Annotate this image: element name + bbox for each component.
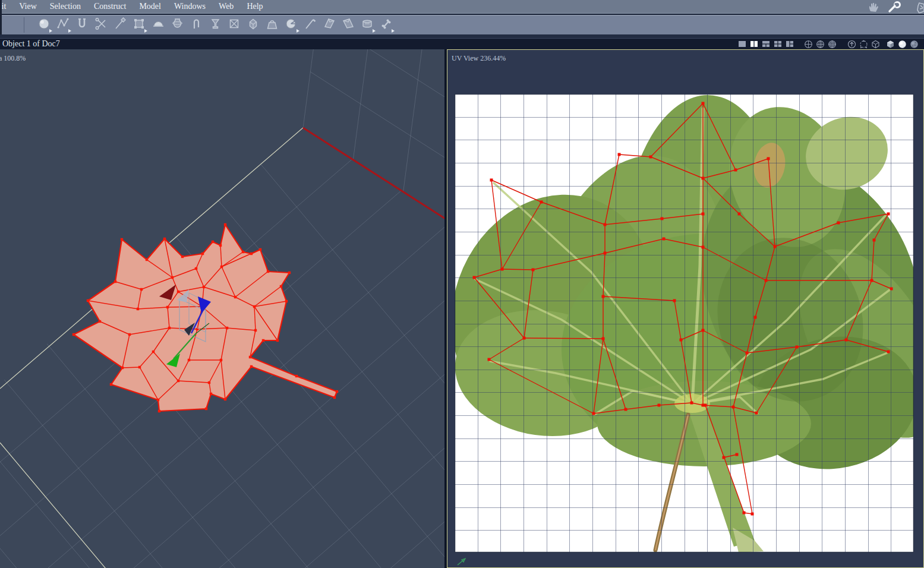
wireframe-cube-icon[interactable] (871, 40, 881, 49)
pen-tool-icon[interactable] (303, 17, 317, 32)
camera-3d-canvas[interactable] (0, 49, 444, 568)
menu-item-model[interactable]: Model (133, 0, 168, 11)
magnet-tool-icon[interactable] (75, 17, 89, 32)
layout-quad-icon[interactable] (773, 40, 783, 49)
bag-tool-icon[interactable] (265, 17, 279, 32)
sphere-slice-icon[interactable] (284, 17, 298, 32)
document-title-bar: Object 1 of Doc7 (0, 38, 924, 50)
view-mode-icons (736, 39, 919, 49)
sphere-primitive-icon[interactable] (37, 17, 51, 32)
solid-cube-icon[interactable] (885, 40, 895, 49)
window-edge (0, 0, 2, 34)
dropdown-arrow-icon[interactable] (392, 29, 395, 33)
dropdown-arrow-icon[interactable] (144, 29, 147, 33)
menu-item-view[interactable]: View (12, 0, 43, 11)
clipped-tool-icon[interactable] (906, 1, 924, 14)
wrench-icon[interactable] (886, 1, 904, 14)
menu-item-edit[interactable]: Edit (0, 0, 12, 11)
knife-tool-icon[interactable] (113, 17, 127, 32)
rotate-view-icon[interactable] (859, 40, 869, 49)
hand-icon[interactable] (866, 1, 884, 14)
uv-viewport[interactable]: UV View 236.44% (447, 49, 924, 568)
layout-single-icon[interactable] (737, 40, 748, 49)
menu-item-web[interactable]: Web (212, 0, 240, 11)
lathe-tool-icon[interactable] (170, 17, 184, 32)
dropdown-arrow-icon[interactable] (373, 29, 376, 33)
menu-item-help[interactable]: Help (240, 0, 269, 11)
application-window: EditViewSelectionConstructModelWindowsWe… (0, 0, 924, 568)
toolbar (0, 15, 924, 34)
orbit-up-icon[interactable] (847, 40, 857, 49)
dome-tool-icon[interactable] (151, 17, 165, 32)
goblet-tool-icon[interactable] (208, 17, 222, 32)
menu-item-windows[interactable]: Windows (168, 0, 212, 11)
textured-sphere-icon[interactable] (909, 40, 919, 49)
document-title: Object 1 of Doc7 (2, 39, 60, 49)
toolbar-divider (24, 17, 24, 33)
toolbar-icons (37, 17, 393, 32)
uv-axis-indicator (456, 556, 469, 567)
menu-item-construct[interactable]: Construct (87, 0, 133, 11)
layout-two-vertical-icon[interactable] (749, 40, 759, 49)
uv-texture-canvas[interactable] (455, 94, 914, 553)
rectangle-select-icon[interactable] (132, 17, 146, 32)
menu-item-selection[interactable]: Selection (43, 0, 87, 11)
clip-tool-icon[interactable] (189, 17, 203, 32)
scissors-tool-icon[interactable] (94, 17, 108, 32)
workspace: Camera 100.8% UV View 236.44% (0, 49, 924, 568)
dropdown-arrow-icon[interactable] (49, 29, 52, 33)
layout-mixed-icon[interactable] (785, 40, 795, 49)
layout-split-icon[interactable] (761, 40, 771, 49)
shaded-sphere-icon[interactable] (897, 40, 907, 49)
wireball-fine-icon[interactable] (827, 40, 837, 49)
camera-view-label: Camera 100.8% (0, 54, 26, 63)
camera-viewport[interactable]: Camera 100.8% (0, 49, 444, 568)
dropdown-arrow-icon[interactable] (297, 29, 299, 33)
delete-face-icon[interactable] (227, 17, 241, 32)
wireball-coarse-icon[interactable] (803, 40, 813, 49)
page-flip-right-icon[interactable] (341, 17, 355, 32)
polyline-tool-icon[interactable] (56, 17, 70, 32)
page-flip-left-icon[interactable] (322, 17, 336, 32)
menu-bar: EditViewSelectionConstructModelWindowsWe… (0, 0, 924, 15)
scroll-tool-icon[interactable] (360, 17, 374, 32)
bones-tool-icon[interactable] (379, 17, 393, 32)
dropdown-arrow-icon[interactable] (68, 29, 71, 33)
menu-items: EditViewSelectionConstructModelWindowsWe… (0, 0, 713, 14)
menubar-right-icons (863, 0, 924, 14)
uv-view-label: UV View 236.44% (452, 54, 506, 63)
cube-tool-icon[interactable] (246, 17, 260, 32)
wireball-medium-icon[interactable] (815, 40, 825, 49)
